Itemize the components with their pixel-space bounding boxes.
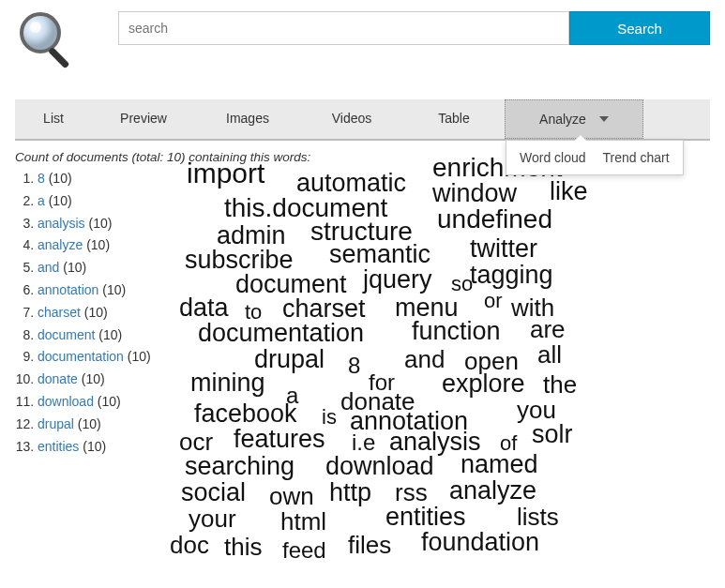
- wordlist-link[interactable]: a: [38, 193, 45, 208]
- cloud-word[interactable]: 8: [348, 354, 360, 377]
- tab-images[interactable]: Images: [195, 99, 300, 139]
- cloud-word[interactable]: and: [404, 347, 445, 371]
- tab-analyze-label: Analyze: [539, 112, 586, 127]
- cloud-word[interactable]: searching: [185, 454, 295, 479]
- cloud-word[interactable]: named: [461, 452, 538, 477]
- wordlist-count: (10): [45, 171, 72, 186]
- wordlist-count: (10): [79, 439, 106, 454]
- cloud-word[interactable]: features: [234, 427, 325, 452]
- wordlist-count: (10): [98, 282, 126, 297]
- tab-analyze[interactable]: Analyze Word cloud Trend chart: [505, 99, 643, 139]
- cloud-word[interactable]: analyze: [449, 478, 536, 504]
- cloud-word[interactable]: charset: [282, 296, 366, 322]
- cloud-word[interactable]: html: [280, 509, 326, 534]
- cloud-word[interactable]: explore: [442, 371, 525, 397]
- cloud-word[interactable]: ocr: [179, 430, 213, 454]
- cloud-word[interactable]: mining: [190, 370, 265, 396]
- cloud-word[interactable]: document: [235, 272, 347, 297]
- wordlist-item: documentation (10): [38, 346, 160, 369]
- wordlist-item: a (10): [38, 190, 160, 213]
- cloud-word[interactable]: window: [432, 181, 517, 206]
- cloud-word[interactable]: feed: [282, 539, 326, 562]
- tab-bar: List Preview Images Videos Table Analyze…: [15, 99, 710, 141]
- svg-point-1: [30, 22, 41, 33]
- cloud-word[interactable]: files: [348, 533, 391, 557]
- wordlist-count: (10): [124, 349, 151, 364]
- wordlist-link[interactable]: charset: [38, 305, 81, 320]
- wordlist-link[interactable]: analyze: [38, 237, 83, 252]
- wordlist-count: (10): [83, 237, 110, 252]
- wordlist-link[interactable]: analysis: [38, 216, 85, 231]
- wordlist-item: charset (10): [38, 302, 160, 324]
- cloud-word[interactable]: lists: [517, 505, 559, 529]
- cloud-word[interactable]: import: [187, 159, 264, 188]
- word-list-sidebar: Count of documents (total: 10) containin…: [15, 150, 160, 572]
- cloud-word[interactable]: are: [530, 317, 566, 341]
- wordlist-item: document (10): [38, 324, 160, 347]
- wordlist-link[interactable]: documentation: [38, 349, 124, 364]
- wordlist-link[interactable]: annotation: [38, 282, 98, 297]
- wordlist-count: (10): [78, 371, 105, 386]
- wordlist-item: download (10): [38, 391, 160, 414]
- wordlist-count: (10): [74, 416, 101, 431]
- cloud-word[interactable]: doc: [170, 533, 209, 557]
- cloud-word[interactable]: function: [412, 319, 501, 344]
- cloud-word[interactable]: all: [537, 342, 562, 367]
- wordlist-link[interactable]: 8: [38, 171, 45, 186]
- word-cloud: importautomaticenrichmentthis.documentwi…: [160, 150, 710, 572]
- wordlist-count: (10): [95, 327, 122, 342]
- search-button[interactable]: Search: [569, 11, 710, 45]
- cloud-word[interactable]: jquery: [363, 267, 432, 293]
- cloud-word[interactable]: or: [484, 291, 503, 311]
- wordlist-count: (10): [94, 394, 121, 409]
- cloud-word[interactable]: rss: [395, 480, 428, 505]
- cloud-word[interactable]: own: [269, 484, 314, 508]
- cloud-word[interactable]: solr: [532, 422, 573, 447]
- wordlist-item: drupal (10): [38, 414, 160, 436]
- menu-word-cloud[interactable]: Word cloud: [520, 150, 586, 165]
- cloud-word[interactable]: social: [181, 480, 246, 505]
- cloud-word[interactable]: your: [189, 506, 236, 531]
- wordlist-item: analysis (10): [38, 213, 160, 235]
- cloud-word[interactable]: undefined: [437, 206, 552, 233]
- cloud-word[interactable]: semantic: [329, 242, 430, 267]
- wordlist-link[interactable]: entities: [38, 439, 79, 454]
- cloud-word[interactable]: the: [543, 372, 577, 397]
- wordlist-count: (10): [45, 193, 72, 208]
- cloud-word[interactable]: tagging: [470, 263, 553, 288]
- tab-videos[interactable]: Videos: [300, 99, 403, 139]
- wordlist-count: (10): [85, 216, 113, 231]
- wordlist-link[interactable]: and: [38, 260, 59, 275]
- cloud-word[interactable]: foundation: [421, 530, 539, 555]
- cloud-word[interactable]: twitter: [470, 236, 537, 262]
- wordlist-link[interactable]: download: [38, 394, 94, 409]
- tab-list[interactable]: List: [15, 99, 92, 139]
- cloud-word[interactable]: automatic: [296, 171, 406, 196]
- cloud-word[interactable]: data: [179, 295, 229, 321]
- tab-table[interactable]: Table: [403, 99, 505, 139]
- cloud-word[interactable]: entities: [385, 505, 466, 530]
- cloud-word[interactable]: http: [329, 480, 371, 505]
- tab-preview[interactable]: Preview: [92, 99, 195, 139]
- cloud-word[interactable]: like: [550, 179, 588, 204]
- cloud-word[interactable]: subscribe: [185, 248, 294, 273]
- count-label: Count of documents (total: 10) containin…: [15, 150, 160, 164]
- cloud-word[interactable]: download: [325, 454, 434, 479]
- cloud-word[interactable]: i.e: [352, 431, 375, 454]
- search-logo-icon: [15, 8, 81, 73]
- cloud-word[interactable]: you: [517, 398, 556, 422]
- wordlist-count: (10): [81, 305, 108, 320]
- cloud-word[interactable]: facebook: [194, 401, 297, 427]
- svg-rect-2: [48, 47, 69, 68]
- cloud-word[interactable]: documentation: [198, 321, 364, 346]
- wordlist-link[interactable]: donate: [38, 371, 78, 386]
- cloud-word[interactable]: admin: [217, 223, 286, 249]
- wordlist-item: annotation (10): [38, 279, 160, 302]
- menu-trend-chart[interactable]: Trend chart: [603, 150, 670, 165]
- analyze-dropdown: Word cloud Trend chart: [506, 140, 684, 175]
- cloud-word[interactable]: this: [224, 535, 262, 559]
- wordlist-count: (10): [59, 260, 86, 275]
- wordlist-link[interactable]: document: [38, 327, 95, 342]
- wordlist-link[interactable]: drupal: [38, 416, 74, 431]
- search-input[interactable]: [118, 11, 569, 45]
